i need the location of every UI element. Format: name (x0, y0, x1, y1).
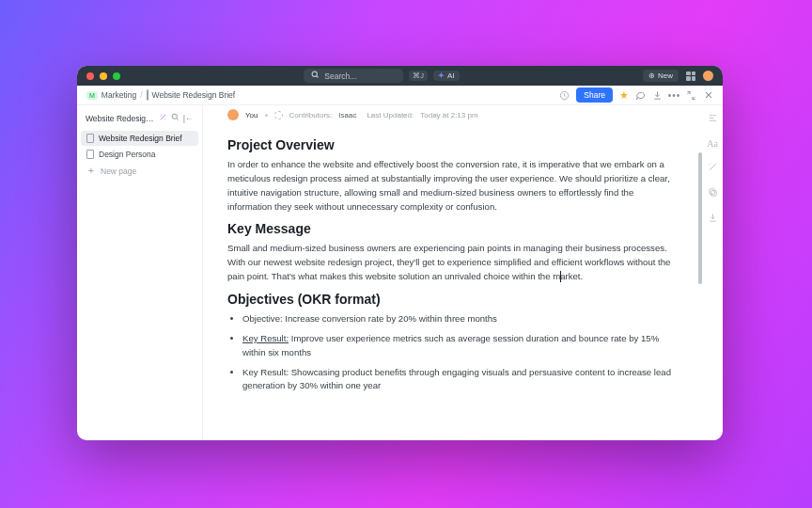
history-icon[interactable] (559, 90, 570, 101)
export-icon[interactable] (708, 213, 718, 225)
outline-icon[interactable] (708, 113, 718, 125)
wand-icon[interactable] (708, 162, 718, 174)
sidebar-item-brief[interactable]: Website Redesign Brief (81, 131, 198, 146)
doc-meta: You Contributors: Isaac Last Updated: To… (227, 105, 674, 130)
sidebar-title: Website Redesign Brief (86, 114, 155, 123)
okr-item-1[interactable]: Objective: Increase conversion rate by 2… (242, 312, 674, 326)
subheader: M Marketing / Website Redesign Brief Sha… (77, 86, 723, 105)
svg-rect-6 (709, 189, 714, 195)
meta-contributor-name: Isaac (338, 111, 356, 119)
search-icon[interactable] (171, 113, 180, 123)
wand-icon[interactable] (159, 113, 167, 123)
meta-updated-value: Today at 2:13 pm (420, 111, 477, 119)
okr-item-2[interactable]: Key Result: Improve user experience metr… (242, 332, 674, 360)
crumb-root[interactable]: Marketing (102, 90, 136, 100)
breadcrumb: M Marketing / Website Redesign Brief (86, 90, 235, 100)
kbd-hint: ⌘J (409, 71, 428, 81)
svg-line-1 (317, 76, 319, 78)
app-window: Search... ⌘J ✦ AI ⊕ New M Marketing / We… (77, 66, 723, 440)
document-body[interactable]: You Contributors: Isaac Last Updated: To… (203, 105, 698, 440)
workspace-tag[interactable]: M (86, 91, 98, 100)
search-input[interactable]: Search... (304, 69, 403, 83)
doc-icon (86, 134, 94, 143)
right-rail: Aa (702, 105, 723, 440)
meta-you: You (245, 111, 258, 119)
copy-icon[interactable] (708, 187, 718, 199)
sparkle-icon: ✦ (438, 71, 445, 80)
svg-rect-5 (710, 191, 716, 197)
svg-point-3 (172, 114, 177, 119)
avatar[interactable] (703, 71, 713, 81)
meta-contributors-label: Contributors: (289, 111, 333, 119)
close-icon[interactable] (703, 90, 713, 101)
more-icon[interactable]: ••• (669, 90, 679, 101)
share-button[interactable]: Share (576, 87, 613, 103)
text-cursor (560, 271, 561, 282)
search-icon (311, 71, 320, 81)
window-max-dot[interactable] (113, 72, 120, 80)
plus-icon: + (86, 166, 96, 176)
font-icon[interactable]: Aa (707, 138, 718, 149)
comment-icon[interactable] (635, 90, 646, 101)
avatar (227, 109, 239, 120)
doc-icon (147, 90, 148, 100)
plus-icon: ⊕ (648, 71, 655, 80)
meta-updated-label: Last Updated: (367, 111, 414, 119)
ai-button[interactable]: ✦ AI (433, 71, 460, 81)
heading-objectives[interactable]: Objectives (OKR format) (227, 292, 674, 307)
okr-item-3[interactable]: Key Result: Showcasing product benefits … (242, 366, 674, 394)
collapse-sidebar-icon[interactable]: |← (183, 114, 194, 123)
window-min-dot[interactable] (100, 72, 107, 80)
sidebar-new-page[interactable]: + New page (81, 163, 198, 179)
download-icon[interactable] (652, 90, 663, 101)
collapse-icon[interactable] (686, 90, 696, 101)
sidebar: Website Redesign Brief |← Website Redesi… (77, 105, 203, 440)
search-placeholder: Search... (324, 71, 356, 81)
heading-overview[interactable]: Project Overview (227, 137, 674, 152)
para-key-message[interactable]: Small and medium-sized business owners a… (227, 242, 674, 284)
heading-key-message[interactable]: Key Message (227, 221, 674, 236)
svg-point-0 (312, 71, 317, 76)
window-close-dot[interactable] (86, 72, 94, 80)
apps-icon[interactable] (686, 71, 695, 81)
crumb-page[interactable]: Website Redesign Brief (152, 90, 236, 100)
sidebar-item-persona[interactable]: Design Persona (81, 147, 198, 162)
contributors-icon (274, 111, 283, 119)
doc-icon (86, 150, 94, 159)
new-button[interactable]: ⊕ New (643, 70, 679, 82)
titlebar: Search... ⌘J ✦ AI ⊕ New (77, 66, 723, 86)
svg-line-4 (176, 119, 178, 120)
star-icon[interactable]: ★ (619, 89, 629, 102)
para-overview[interactable]: In order to enhance the website and effe… (227, 158, 674, 214)
